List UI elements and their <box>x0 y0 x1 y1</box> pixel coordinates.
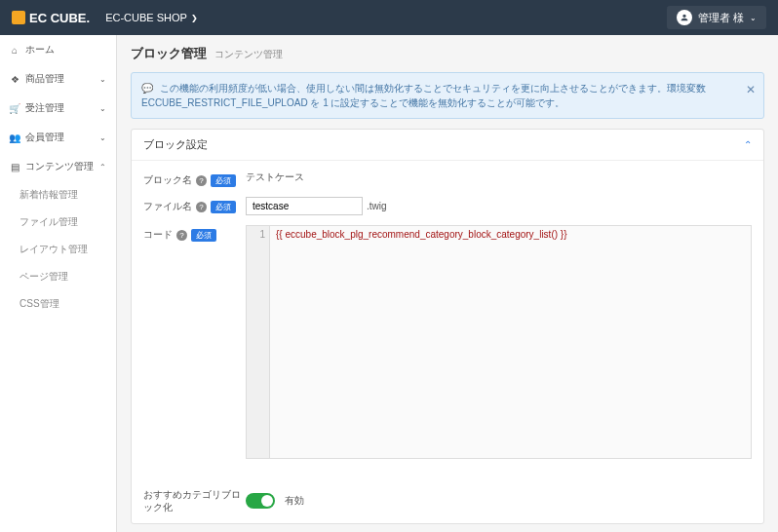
page-subtitle: コンテンツ管理 <box>214 49 283 59</box>
cart-icon: 🛒 <box>10 103 19 113</box>
nav-products[interactable]: ❖商品管理 ⌄ <box>0 64 116 94</box>
chevron-down-icon: ⌄ <box>750 14 757 22</box>
chevron-down-icon: ⌄ <box>99 104 106 113</box>
main-content: ブロック管理 コンテンツ管理 💬 この機能の利用頻度が低い場合、使用しない間は無… <box>117 35 778 532</box>
file-icon: ▤ <box>10 162 19 171</box>
sub-page[interactable]: ページ管理 <box>0 263 116 290</box>
sub-css[interactable]: CSS管理 <box>0 290 116 318</box>
file-ext: .twig <box>367 201 387 211</box>
nav-label: 受注管理 <box>25 101 64 115</box>
collapse-icon[interactable]: ⌃ <box>744 139 752 150</box>
panel-header[interactable]: ブロック設定 ⌃ <box>132 130 763 161</box>
topbar-left: EC CUBE. EC-CUBE SHOP ❯ <box>12 11 198 25</box>
chevron-up-icon: ⌃ <box>99 163 106 171</box>
chevron-down-icon: ⌄ <box>99 133 106 142</box>
required-badge: 必須 <box>211 201 236 213</box>
block-name-value: テストケース <box>246 171 304 184</box>
required-badge: 必須 <box>211 174 236 187</box>
chevron-right-icon: ❯ <box>191 14 198 22</box>
sub-file[interactable]: ファイル管理 <box>0 209 116 236</box>
logo[interactable]: EC CUBE. <box>12 11 90 25</box>
nav-label: 商品管理 <box>25 72 64 86</box>
tag-icon: ❖ <box>10 74 19 84</box>
panel-body: ブロック名 ? 必須 テストケース ファイル名 ? 必須 <box>132 161 763 478</box>
nav-orders[interactable]: 🛒受注管理 ⌄ <box>0 94 116 123</box>
code-editor[interactable]: 1 {{ eccube_block_plg_recommend_category… <box>246 225 752 459</box>
enabled-text: 有効 <box>285 494 304 508</box>
page-title: ブロック管理 コンテンツ管理 <box>131 45 764 62</box>
recommend-label: おすすめカテゴリブロック化 <box>143 488 246 513</box>
alert-text: この機能の利用頻度が低い場合、使用しない間は無効化することでセキュリティを更に向… <box>141 83 706 108</box>
code-label: コード ? 必須 <box>143 225 246 242</box>
shop-name-text: EC-CUBE SHOP <box>105 12 187 23</box>
nav-content[interactable]: ▤コンテンツ管理 ⌃ <box>0 152 116 181</box>
sidebar: ⌂ホーム ❖商品管理 ⌄ 🛒受注管理 ⌄ 👥会員管理 ⌄ ▤コンテンツ管理 ⌃ … <box>0 35 117 532</box>
required-badge: 必須 <box>191 229 216 242</box>
help-icon[interactable]: ? <box>196 202 207 212</box>
info-icon: 💬 <box>141 81 153 95</box>
switch-knob <box>261 495 273 507</box>
user-menu[interactable]: 管理者 様 ⌄ <box>667 6 766 29</box>
file-name-input[interactable] <box>246 197 363 215</box>
chevron-down-icon: ⌄ <box>99 75 106 84</box>
shop-link[interactable]: EC-CUBE SHOP ❯ <box>105 12 198 23</box>
line-gutter: 1 <box>247 226 270 458</box>
alert-close[interactable]: ✕ <box>746 81 756 98</box>
help-icon[interactable]: ? <box>176 230 187 241</box>
user-icon <box>677 10 692 25</box>
nav-home[interactable]: ⌂ホーム <box>0 35 116 64</box>
panel-title: ブロック設定 <box>143 137 208 152</box>
nav-label: 会員管理 <box>25 131 64 144</box>
info-alert: 💬 この機能の利用頻度が低い場合、使用しない間は無効化することでセキュリティを更… <box>131 72 764 119</box>
file-name-label: ファイル名 ? 必須 <box>143 197 246 213</box>
sub-news[interactable]: 新着情報管理 <box>0 181 116 209</box>
help-icon[interactable]: ? <box>196 175 207 186</box>
users-icon: 👥 <box>10 133 19 142</box>
block-name-label: ブロック名 ? 必須 <box>143 171 246 187</box>
enable-toggle[interactable] <box>246 493 275 509</box>
code-content[interactable]: {{ eccube_block_plg_recommend_category_b… <box>270 226 751 458</box>
logo-text: EC CUBE. <box>29 11 90 25</box>
nav-label: ホーム <box>25 43 55 57</box>
nav-label: コンテンツ管理 <box>25 160 94 173</box>
user-label: 管理者 様 <box>698 11 744 25</box>
top-bar: EC CUBE. EC-CUBE SHOP ❯ 管理者 様 ⌄ <box>0 0 778 35</box>
logo-icon <box>12 11 25 24</box>
block-panel: ブロック設定 ⌃ ブロック名 ? 必須 テストケース ファイル名 <box>131 129 764 524</box>
nav-members[interactable]: 👥会員管理 ⌄ <box>0 123 116 152</box>
recommend-toggle-row: おすすめカテゴリブロック化 有効 <box>132 478 763 523</box>
home-icon: ⌂ <box>10 45 19 55</box>
sub-layout[interactable]: レイアウト管理 <box>0 236 116 263</box>
